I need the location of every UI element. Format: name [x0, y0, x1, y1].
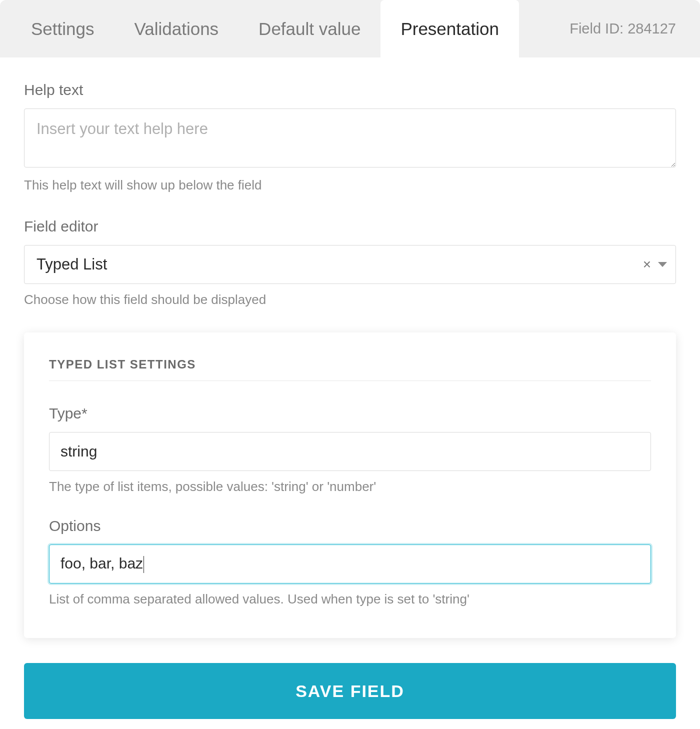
field-editor-label: Field editor [24, 218, 676, 235]
type-input[interactable] [49, 432, 651, 471]
tab-presentation[interactable]: Presentation [380, 0, 519, 58]
field-editor-select[interactable]: Typed List [24, 245, 676, 284]
clear-icon[interactable]: × [643, 258, 651, 272]
text-cursor [144, 556, 144, 573]
field-editor-section: Field editor Typed List × Choose how thi… [24, 218, 676, 308]
typed-list-settings-panel: TYPED LIST SETTINGS Type* The type of li… [24, 332, 676, 638]
tab-default-value[interactable]: Default value [238, 0, 380, 58]
help-text-input[interactable] [24, 108, 676, 168]
field-id-label: Field ID: 284127 [554, 0, 700, 58]
help-text-hint: This help text will show up below the fi… [24, 176, 676, 194]
options-label: Options [49, 518, 651, 534]
options-input[interactable]: foo, bar, baz [49, 544, 651, 584]
chevron-down-icon[interactable] [658, 262, 667, 267]
type-label: Type* [49, 405, 651, 422]
tabs-bar: Settings Validations Default value Prese… [0, 0, 700, 58]
options-hint: List of comma separated allowed values. … [49, 590, 651, 608]
field-editor-hint: Choose how this field should be displaye… [24, 291, 676, 308]
panel-title: TYPED LIST SETTINGS [49, 358, 651, 381]
options-section: Options foo, bar, baz List of comma sepa… [49, 518, 651, 608]
type-hint: The type of list items, possible values:… [49, 478, 651, 496]
options-input-value: foo, bar, baz [60, 555, 143, 572]
tab-validations[interactable]: Validations [114, 0, 238, 58]
type-section: Type* The type of list items, possible v… [49, 405, 651, 496]
tab-settings[interactable]: Settings [11, 0, 114, 58]
field-editor-value: Typed List [36, 256, 107, 274]
help-text-label: Help text [24, 82, 676, 98]
save-field-button[interactable]: SAVE FIELD [24, 663, 676, 719]
help-text-section: Help text This help text will show up be… [24, 82, 676, 194]
